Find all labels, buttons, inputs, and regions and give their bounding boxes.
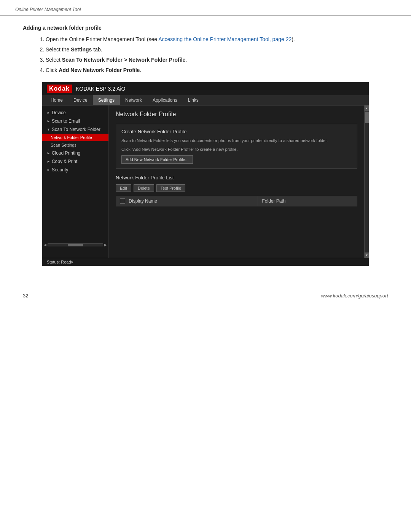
profile-list-buttons: Edit Delete Test Profile <box>116 184 357 192</box>
profile-table: Display Name Folder Path <box>116 196 357 207</box>
step4-bold: Add New Network Folder Profile <box>59 67 140 73</box>
sidebar-item-scan-settings[interactable]: Scan Settings <box>42 141 108 149</box>
h-scrollbar-track <box>48 243 103 246</box>
profile-list-title: Network Folder Profile List <box>116 175 357 181</box>
sidebar-label-cloud: Cloud Printing <box>52 150 80 156</box>
sidebar-arrow-device: ► <box>47 111 50 115</box>
step1-link[interactable]: Accessing the Online Printer Management … <box>158 36 292 42</box>
sidebar-label-scan-settings: Scan Settings <box>51 143 76 147</box>
sidebar-item-scan-email[interactable]: ► Scan to Email <box>42 117 108 125</box>
profile-list-section: Network Folder Profile List Edit Delete … <box>116 175 357 207</box>
tab-device[interactable]: Device <box>68 95 93 105</box>
sidebar-arrow-scan-network: ▼ <box>47 128 50 131</box>
header-checkbox[interactable] <box>120 198 125 204</box>
app-screenshot: Kodak KODAK ESP 3.2 AiO Home Device Sett… <box>42 82 369 266</box>
sidebar: ► Device ► Scan to Email ▼ Scan To Netwo… <box>42 105 109 258</box>
create-card-title: Create Network Folder Profile <box>121 129 352 134</box>
test-profile-button[interactable]: Test Profile <box>156 184 185 192</box>
tab-network[interactable]: Network <box>120 95 147 105</box>
sidebar-item-device[interactable]: ► Device <box>42 109 108 117</box>
sidebar-label-nfp: Network Folder Profile <box>51 135 92 140</box>
create-card-desc: Scan to Network Folder lets you scan doc… <box>121 137 352 144</box>
sidebar-label-scan-email: Scan to Email <box>52 118 80 124</box>
status-text: Status: Ready <box>47 260 73 264</box>
footer-url: www.kodak.com/go/aiosupport <box>321 293 388 299</box>
scroll-up-btn[interactable]: ▲ <box>365 105 369 111</box>
sidebar-arrow-cloud: ► <box>47 151 50 155</box>
sidebar-item-security[interactable]: ► Security <box>42 166 108 174</box>
title-bar: Kodak KODAK ESP 3.2 AiO <box>42 82 369 95</box>
page-number: 32 <box>23 293 28 299</box>
status-bar: Status: Ready <box>42 258 369 266</box>
create-section-card: Create Network Folder Profile Scan to Ne… <box>116 124 357 169</box>
page-header: Online Printer Management Tool <box>0 0 411 16</box>
scroll-right-btn[interactable]: ▶ <box>104 243 107 247</box>
create-card-note: Click "Add New Network Folder Profile" t… <box>121 147 352 152</box>
edit-button[interactable]: Edit <box>116 184 131 192</box>
tab-settings[interactable]: Settings <box>93 95 120 105</box>
sidebar-item-network-folder-profile[interactable]: Network Folder Profile <box>42 134 108 141</box>
step-4: Click Add New Network Folder Profile. <box>46 66 388 74</box>
sidebar-item-cloud-printing[interactable]: ► Cloud Printing <box>42 149 108 157</box>
scroll-left-btn[interactable]: ◀ <box>44 243 46 247</box>
sidebar-label-device: Device <box>52 110 66 115</box>
scroll-down-btn[interactable]: ▼ <box>365 252 369 258</box>
main-title: Network Folder Profile <box>116 111 357 118</box>
page-footer: 32 www.kodak.com/go/aiosupport <box>0 281 411 310</box>
printer-name: KODAK ESP 3.2 AiO <box>76 86 125 92</box>
page-content: Adding a network folder profile Open the… <box>0 16 411 281</box>
section-heading: Adding a network folder profile <box>23 25 388 31</box>
add-new-profile-button[interactable]: Add New Network Folder Profile... <box>121 155 193 164</box>
v-scrollbar: ▲ ▼ <box>364 105 369 258</box>
step3-bold: Scan To Network Folder > Network Folder … <box>62 57 186 63</box>
col-display-name-label: Display Name <box>129 198 157 204</box>
sidebar-label-copy: Copy & Print <box>52 159 77 164</box>
header-label: Online Printer Management Tool <box>15 7 81 12</box>
tab-links[interactable]: Links <box>183 95 204 105</box>
sidebar-arrow-scan-email: ► <box>47 119 50 123</box>
kodak-logo: Kodak <box>47 85 72 93</box>
tab-home[interactable]: Home <box>45 95 68 105</box>
tab-applications[interactable]: Applications <box>147 95 183 105</box>
nav-tabs: Home Device Settings Network Application… <box>42 95 369 105</box>
step-2: Select the Settings tab. <box>46 46 388 54</box>
sidebar-item-scan-network[interactable]: ▼ Scan To Network Folder <box>42 125 108 134</box>
sidebar-arrow-copy: ► <box>47 160 50 163</box>
instructions-list: Open the Online Printer Management Tool … <box>46 35 388 74</box>
sidebar-label-security: Security <box>52 167 68 173</box>
v-scrollbar-thumb <box>365 112 369 123</box>
table-header-row: Display Name Folder Path <box>116 196 357 206</box>
app-body: ► Device ► Scan to Email ▼ Scan To Netwo… <box>42 105 369 258</box>
step-3: Select Scan To Network Folder > Network … <box>46 56 388 64</box>
delete-button[interactable]: Delete <box>134 184 154 192</box>
h-scrollbar-thumb <box>68 244 83 246</box>
col-display-name: Display Name <box>116 196 258 206</box>
col-folder-path: Folder Path <box>258 196 357 206</box>
v-scrollbar-track <box>365 111 369 252</box>
step-1: Open the Online Printer Management Tool … <box>46 35 388 43</box>
sidebar-arrow-security: ► <box>47 168 50 172</box>
main-panel: Network Folder Profile Create Network Fo… <box>109 105 364 258</box>
sidebar-label-scan-network: Scan To Network Folder <box>52 127 100 132</box>
step2-bold: Settings <box>71 46 92 53</box>
h-scrollbar: ◀ ▶ <box>42 243 108 247</box>
sidebar-item-copy-print[interactable]: ► Copy & Print <box>42 157 108 166</box>
